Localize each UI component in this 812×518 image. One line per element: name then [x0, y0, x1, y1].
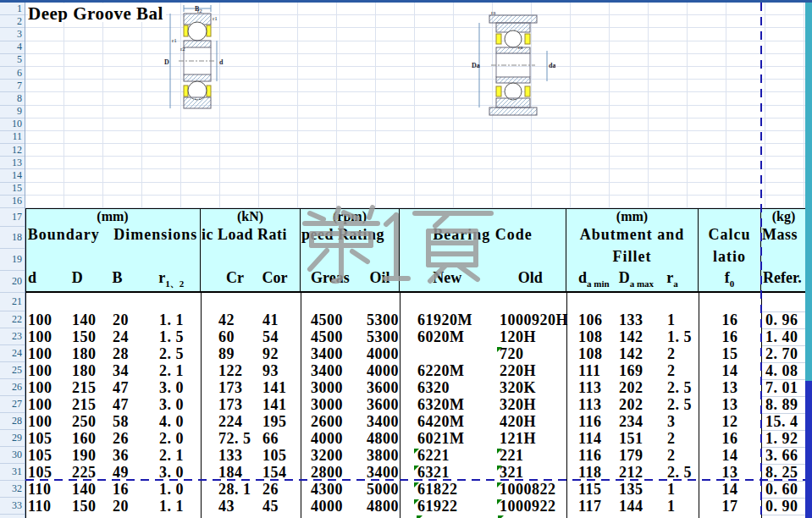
- cell[interactable]: 26: [110, 430, 154, 447]
- column-label-7[interactable]: Oil: [359, 269, 399, 291]
- cell[interactable]: 1: [656, 481, 699, 498]
- cell[interactable]: 61922: [400, 498, 495, 515]
- cell[interactable]: 3400: [301, 345, 360, 362]
- sheet-gridlines[interactable]: [25, 3, 805, 208]
- cell[interactable]: 4. 08: [761, 362, 806, 379]
- cell[interactable]: 0. 60: [761, 481, 806, 498]
- header-group-1[interactable]: (kN)ic Load RatiCrCor: [201, 209, 301, 291]
- cell[interactable]: 1000920H: [495, 311, 566, 328]
- cell[interactable]: 1000922: [495, 498, 566, 515]
- cell[interactable]: 100: [25, 379, 69, 396]
- row-header-33[interactable]: 33: [0, 498, 25, 515]
- cell[interactable]: 15. 4: [761, 413, 806, 430]
- cell[interactable]: 6320: [400, 379, 495, 396]
- cell[interactable]: 173: [201, 379, 254, 396]
- cell[interactable]: 20: [110, 498, 154, 515]
- cell[interactable]: 45: [254, 498, 301, 515]
- cell[interactable]: 5000: [360, 481, 400, 498]
- cell[interactable]: 2. 5: [656, 379, 699, 396]
- cell[interactable]: 4800: [360, 430, 400, 447]
- cell[interactable]: 3400: [301, 362, 360, 379]
- cell[interactable]: 4800: [360, 498, 400, 515]
- row-header-26[interactable]: 26: [0, 379, 25, 396]
- cell[interactable]: 135: [611, 481, 656, 498]
- cell[interactable]: 122: [201, 362, 254, 379]
- row-header-18[interactable]: 18: [0, 227, 25, 249]
- cell[interactable]: 12: [699, 413, 761, 430]
- cell[interactable]: 100: [25, 345, 69, 362]
- cell[interactable]: 1: [656, 498, 699, 515]
- cell[interactable]: 215: [69, 379, 110, 396]
- cell[interactable]: 1. 92: [761, 430, 806, 447]
- row-header-1[interactable]: 1: [0, 3, 25, 15]
- column-label-0[interactable]: d: [25, 269, 69, 291]
- header-group-6[interactable]: (kg)MassRefer.: [761, 209, 806, 291]
- scrollbar-thumb[interactable]: [805, 381, 812, 518]
- cell[interactable]: 93: [254, 362, 301, 379]
- cell[interactable]: 3: [656, 413, 699, 430]
- cell[interactable]: 2. 70: [761, 345, 806, 362]
- cell[interactable]: 250: [69, 413, 110, 430]
- cell[interactable]: 100: [25, 396, 69, 413]
- cell[interactable]: 1. 5: [154, 328, 201, 345]
- cell[interactable]: 47: [110, 379, 154, 396]
- cell[interactable]: 121H: [495, 430, 566, 447]
- cell[interactable]: 179: [611, 447, 656, 464]
- cell[interactable]: 4000: [301, 430, 360, 447]
- row-header-31[interactable]: 31: [0, 464, 25, 481]
- row-header-16[interactable]: 16: [0, 196, 25, 208]
- row-header-22[interactable]: 22: [0, 311, 25, 328]
- cell[interactable]: 105: [254, 447, 301, 464]
- cell[interactable]: 140: [69, 311, 110, 328]
- cell[interactable]: 225: [69, 464, 110, 481]
- cell[interactable]: 144: [611, 498, 656, 515]
- cell[interactable]: 34: [110, 362, 154, 379]
- cell[interactable]: 2800: [301, 464, 360, 481]
- cell[interactable]: 142: [611, 345, 656, 362]
- cell[interactable]: 150: [69, 498, 110, 515]
- cell[interactable]: 184: [201, 464, 254, 481]
- column-label-10[interactable]: da min: [566, 269, 611, 291]
- header-group-0[interactable]: (mm)Boundary DimensionsdDBr1、2: [25, 209, 201, 291]
- cell[interactable]: 13: [699, 464, 761, 481]
- cell[interactable]: 3600: [360, 379, 400, 396]
- cell[interactable]: 113: [566, 379, 611, 396]
- cell[interactable]: 4. 0: [154, 413, 201, 430]
- cell[interactable]: 116: [566, 413, 611, 430]
- cell[interactable]: 720: [495, 345, 566, 362]
- cell[interactable]: 140: [69, 481, 110, 498]
- cell[interactable]: 2: [656, 430, 699, 447]
- cell[interactable]: 60: [201, 328, 254, 345]
- cell[interactable]: 100: [25, 362, 69, 379]
- row-header-2[interactable]: 2: [0, 15, 25, 28]
- cell[interactable]: 6221: [400, 447, 495, 464]
- cell[interactable]: 221: [495, 447, 566, 464]
- row-header-28[interactable]: 28: [0, 413, 25, 430]
- cell[interactable]: 180: [69, 362, 110, 379]
- cell[interactable]: 190: [69, 447, 110, 464]
- column-label-5[interactable]: Cor: [254, 269, 300, 291]
- column-label-11[interactable]: Da max: [611, 269, 656, 291]
- row-header-13[interactable]: 13: [0, 157, 25, 169]
- column-label-9[interactable]: Old: [494, 269, 566, 291]
- row-header-24[interactable]: 24: [0, 345, 25, 362]
- cell[interactable]: 92: [254, 345, 301, 362]
- row-header-30[interactable]: 30: [0, 447, 25, 464]
- cell[interactable]: 1. 0: [154, 481, 201, 498]
- cell[interactable]: 195: [254, 413, 301, 430]
- cell[interactable]: 4500: [301, 328, 360, 345]
- cell[interactable]: 61920M: [400, 311, 495, 328]
- cell[interactable]: 17: [699, 498, 761, 515]
- cell[interactable]: 3200: [301, 447, 360, 464]
- cell[interactable]: 6220M: [400, 362, 495, 379]
- column-label-3[interactable]: r1、2: [153, 269, 200, 291]
- row-header-3[interactable]: 3: [0, 28, 25, 41]
- cell[interactable]: 133: [201, 447, 254, 464]
- row-header-6[interactable]: 6: [0, 67, 25, 80]
- cell[interactable]: 108: [566, 345, 611, 362]
- row-header-10[interactable]: 10: [0, 118, 25, 131]
- cell[interactable]: 202: [611, 396, 656, 413]
- cell[interactable]: 120H: [495, 328, 566, 345]
- cell[interactable]: 4000: [360, 345, 400, 362]
- cell[interactable]: 3. 0: [154, 379, 201, 396]
